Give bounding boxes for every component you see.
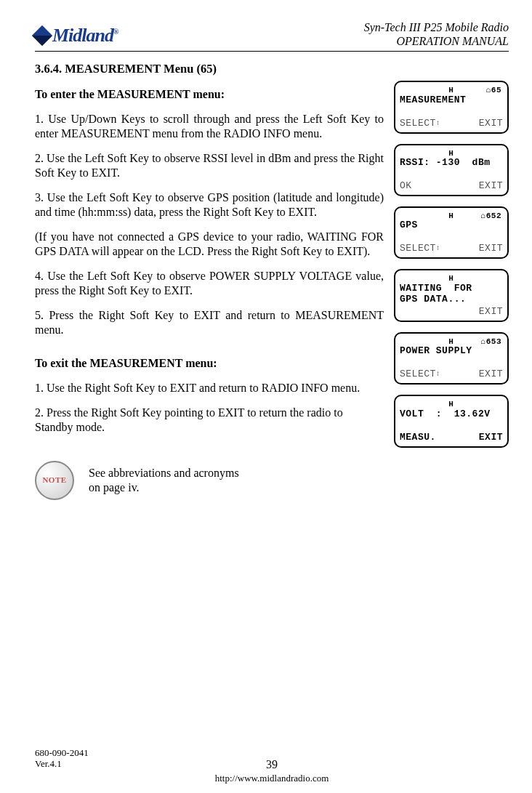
step-3: 3. Use the Left Soft Key to observe GPS … (35, 190, 384, 220)
lcd-line-1: GPS (400, 220, 503, 231)
lcd-screen-6: HVOLT : 13.62V MEASU.EXIT (394, 395, 509, 448)
exit-step-1: 1. Use the Right Soft Key to EXIT and re… (35, 381, 384, 395)
step-1: 1. Use Up/Down Keys to scroll through an… (35, 112, 384, 141)
doc-number: 680-090-2041 (35, 747, 89, 759)
lcd-right-softkey: EXIT (479, 369, 503, 380)
lcd-right-softkey: EXIT (479, 432, 503, 443)
lcd-left-softkey: OK (400, 181, 412, 192)
lcd-right-softkey: EXIT (479, 307, 503, 318)
step-5: 5. Press the Right Soft Key to EXIT and … (35, 308, 384, 337)
step-2: 2. Use the Left Soft Key to observe RSSI… (35, 151, 384, 180)
lcd-line-2 (400, 357, 503, 368)
lcd-left-softkey: MEASU. (400, 432, 436, 443)
step-4: 4. Use the Left Soft Key to observe POWE… (35, 269, 384, 298)
lcd-line-1: RSSI: -130 dBm (400, 158, 503, 169)
doc-version: Ver.4.1 (35, 758, 89, 770)
logo-diamond-icon (32, 25, 52, 46)
exit-step-2: 2. Press the Right Soft Key pointing to … (35, 406, 384, 435)
lcd-line-2 (400, 231, 503, 242)
lcd-line-2 (400, 169, 503, 180)
header-title: Syn-Tech III P25 Mobile Radio OPERATION … (364, 20, 509, 48)
lcd-column: H⌂65MEASUREMENT SELECT↕EXITHRSSI: -130 d… (394, 62, 509, 500)
brand-logo: Midland® (35, 25, 118, 47)
lcd-screen-1: H⌂65MEASUREMENT SELECT↕EXIT (394, 81, 509, 133)
lcd-right-softkey: EXIT (479, 118, 503, 129)
lcd-line-1: VOLT : 13.62V (400, 409, 503, 420)
lcd-line-2: GPS DATA... (400, 294, 503, 305)
lcd-line-1: WAITING FOR (400, 283, 503, 294)
logo-text: Midland® (52, 25, 118, 47)
lcd-screen-3: H⌂652GPS SELECT↕EXIT (394, 206, 509, 259)
lcd-line-2 (400, 420, 503, 431)
lcd-line-2 (400, 106, 503, 117)
page-number: 39 (266, 758, 278, 771)
page-footer: 680-090-2041 Ver.4.1 39 http://www.midla… (35, 747, 509, 784)
manual-name: OPERATION MANUAL (364, 34, 509, 48)
lcd-screen-4: HWAITING FORGPS DATA...EXIT (394, 269, 509, 322)
lcd-screen-2: HRSSI: -130 dBm OKEXIT (394, 144, 509, 197)
lcd-left-softkey: SELECT↕ (400, 118, 440, 129)
section-heading: 3.6.4. MEASUREMENT Menu (65) (35, 62, 384, 77)
note-block: NOTE See abbreviations and acronyms on p… (35, 461, 384, 500)
step-3-note: (If you have not connected a GPS device … (35, 230, 384, 259)
lcd-left-softkey: SELECT↕ (400, 243, 440, 254)
note-text: See abbreviations and acronyms on page i… (89, 466, 239, 495)
enter-subheading: To enter the MEASUREMENT menu: (35, 87, 384, 102)
lcd-right-softkey: EXIT (479, 181, 503, 192)
product-name: Syn-Tech III P25 Mobile Radio (364, 20, 509, 34)
lcd-line-1: POWER SUPPLY (400, 346, 503, 357)
lcd-line-1: MEASUREMENT (400, 95, 503, 106)
lcd-header-icon: H (400, 400, 503, 409)
lcd-screen-5: H⌂653POWER SUPPLY SELECT↕EXIT (394, 332, 509, 385)
page-header: Midland® Syn-Tech III P25 Mobile Radio O… (35, 20, 509, 52)
exit-subheading: To exit the MEASUREMENT menu: (35, 356, 384, 371)
lcd-left-softkey: SELECT↕ (400, 369, 440, 380)
lcd-right-softkey: EXIT (479, 243, 503, 254)
footer-url: http://www.midlandradio.com (35, 773, 509, 784)
note-icon: NOTE (35, 461, 74, 500)
